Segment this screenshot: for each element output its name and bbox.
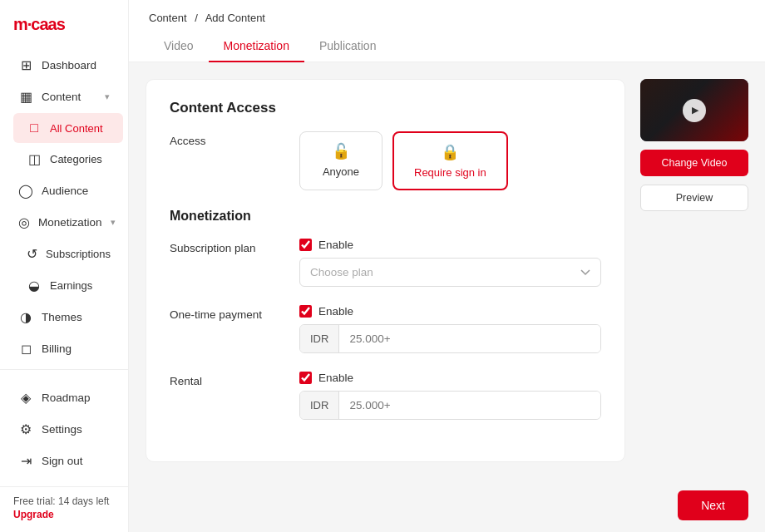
sidebar-item-earnings[interactable]: ◒ Earnings: [13, 270, 123, 301]
trial-text: Free trial: 14 days left: [13, 495, 109, 507]
main-content: Content / Add Content Video Monetization…: [129, 0, 765, 532]
access-row: Access 🔓 Anyone 🔒 Require sign in: [170, 131, 601, 190]
one-time-enable-row: Enable: [299, 305, 601, 318]
content-access-section: Content Access Access 🔓 Anyone 🔒 Require…: [170, 100, 601, 190]
sidebar-item-dashboard[interactable]: ⊞ Dashboard: [5, 50, 123, 81]
access-anyone-label: Anyone: [323, 165, 359, 178]
one-time-price-wrap: IDR: [299, 324, 601, 353]
sidebar-divider: [0, 369, 128, 370]
access-label: Access: [170, 131, 286, 147]
sidebar-item-label: Earnings: [50, 279, 92, 292]
app-logo: m·caas: [0, 0, 128, 46]
sidebar-item-label: All Content: [50, 122, 103, 135]
form-footer: Next: [129, 479, 765, 532]
sidebar-item-label: Roadmap: [42, 392, 91, 404]
sidebar-item-label: Sign out: [42, 455, 83, 467]
access-require-signin-card[interactable]: 🔒 Require sign in: [392, 131, 508, 190]
sidebar-item-label: Subscriptions: [46, 248, 111, 260]
sidebar-item-roadmap[interactable]: ◈ Roadmap: [5, 382, 123, 413]
rental-control: Enable IDR: [299, 372, 601, 420]
one-time-price-input[interactable]: [339, 325, 600, 352]
themes-icon: ◑: [18, 309, 33, 325]
rental-price-input[interactable]: [339, 392, 600, 419]
video-thumbnail: ▶: [640, 79, 748, 141]
sidebar-item-categories[interactable]: ◫ Categories: [13, 144, 123, 175]
sidebar-item-audience[interactable]: ◯ Audience: [5, 175, 123, 206]
rental-label: Rental: [170, 372, 286, 387]
sidebar-item-label: Categories: [50, 153, 102, 165]
one-time-currency: IDR: [300, 325, 339, 352]
monetization-icon: ◎: [18, 214, 30, 230]
sidebar-item-label: Settings: [42, 423, 82, 436]
sidebar-bottom: ◈ Roadmap ⚙ Settings ⇥ Sign out: [0, 375, 128, 476]
signout-icon: ⇥: [18, 453, 33, 469]
dashboard-icon: ⊞: [18, 57, 33, 73]
top-bar: Content / Add Content Video Monetization…: [129, 0, 765, 62]
subscription-enable-label: Enable: [318, 239, 353, 251]
sidebar-item-label: Dashboard: [42, 59, 96, 71]
sidebar-nav: ⊞ Dashboard ▦ Content ▾ □ All Content ◫ …: [0, 46, 128, 486]
subscription-label: Subscription plan: [170, 239, 286, 254]
sidebar-item-themes[interactable]: ◑ Themes: [5, 302, 123, 332]
access-options-group: 🔓 Anyone 🔒 Require sign in: [299, 131, 601, 190]
sidebar-sub-content: □ All Content ◫ Categories: [0, 113, 128, 175]
rental-checkbox[interactable]: [299, 372, 312, 384]
sidebar-item-settings[interactable]: ⚙ Settings: [5, 414, 123, 445]
sidebar-item-billing[interactable]: ◻ Billing: [5, 333, 123, 364]
rental-currency: IDR: [300, 392, 339, 419]
sidebar-item-monetization[interactable]: ◎ Monetization ▾: [5, 207, 123, 238]
sidebar-item-label: Monetization: [38, 216, 102, 229]
monetization-title: Monetization: [170, 209, 601, 224]
sidebar-item-content[interactable]: ▦ Content ▾: [5, 81, 123, 112]
subscription-checkbox[interactable]: [299, 239, 312, 251]
sidebar-item-all-content[interactable]: □ All Content: [13, 113, 123, 143]
access-options: 🔓 Anyone 🔒 Require sign in: [299, 131, 601, 190]
lock-open-icon: 🔓: [332, 142, 350, 160]
chevron-down-icon: ▾: [105, 91, 110, 102]
settings-icon: ⚙: [18, 421, 33, 437]
subscription-enable-row: Enable: [299, 239, 601, 251]
upgrade-link[interactable]: Upgrade: [13, 509, 115, 520]
sidebar-item-label: Audience: [42, 185, 88, 197]
billing-icon: ◻: [18, 341, 33, 357]
subscription-control: Enable Choose plan: [299, 239, 601, 287]
preview-button[interactable]: Preview: [640, 185, 748, 211]
play-button[interactable]: ▶: [683, 99, 706, 122]
breadcrumb-current: Add Content: [205, 12, 265, 24]
monetization-section: Monetization Subscription plan Enable Ch…: [170, 209, 601, 420]
roadmap-icon: ◈: [18, 390, 33, 406]
form-panel: Content Access Access 🔓 Anyone 🔒 Require…: [146, 79, 625, 462]
one-time-label: One-time payment: [170, 305, 286, 321]
sidebar-item-signout[interactable]: ⇥ Sign out: [5, 446, 123, 476]
sidebar-footer: Free trial: 14 days left Upgrade: [0, 486, 128, 532]
change-video-button[interactable]: Change Video: [640, 150, 748, 176]
earnings-icon: ◒: [27, 278, 42, 293]
breadcrumb-separator: /: [195, 12, 198, 24]
rental-price-wrap: IDR: [299, 391, 601, 420]
tab-publication[interactable]: Publication: [304, 32, 392, 62]
sidebar-item-label: Billing: [42, 342, 72, 355]
one-time-enable-label: Enable: [318, 305, 353, 318]
sidebar-item-label: Themes: [42, 311, 82, 323]
breadcrumb-parent[interactable]: Content: [149, 12, 187, 24]
breadcrumb: Content / Add Content: [149, 12, 745, 24]
categories-icon: ◫: [27, 151, 42, 167]
sidebar-sub-monetization: ↺ Subscriptions ◒ Earnings: [0, 239, 128, 301]
all-content-icon: □: [27, 121, 42, 135]
tab-monetization[interactable]: Monetization: [209, 32, 304, 62]
lock-icon: 🔒: [441, 143, 459, 161]
access-anyone-card[interactable]: 🔓 Anyone: [299, 131, 382, 190]
access-require-signin-label: Require sign in: [414, 166, 486, 179]
content-access-title: Content Access: [170, 100, 601, 116]
content-icon: ▦: [18, 89, 33, 105]
sidebar-item-subscriptions[interactable]: ↺ Subscriptions: [13, 239, 123, 269]
tab-video[interactable]: Video: [149, 32, 209, 62]
subscriptions-icon: ↺: [27, 246, 37, 262]
content-area: Content Access Access 🔓 Anyone 🔒 Require…: [129, 62, 765, 479]
next-button[interactable]: Next: [678, 490, 748, 520]
sidebar: m·caas ⊞ Dashboard ▦ Content ▾ □ All Con…: [0, 0, 129, 532]
rental-enable-label: Enable: [318, 372, 353, 384]
chevron-down-icon: ▾: [111, 217, 116, 228]
one-time-checkbox[interactable]: [299, 305, 312, 318]
plan-select[interactable]: Choose plan: [299, 258, 601, 287]
